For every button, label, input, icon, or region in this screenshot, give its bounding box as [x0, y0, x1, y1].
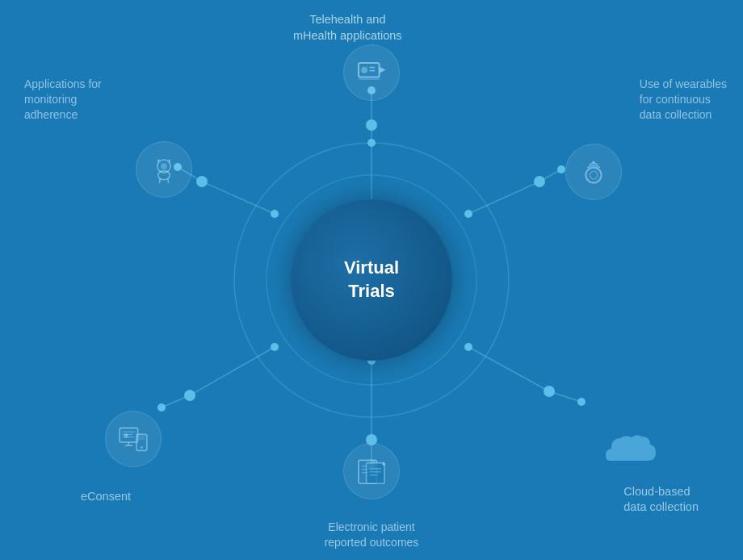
- electronic-label: Electronic patientreported outcomes: [325, 520, 419, 549]
- center-circle: Virtual Trials: [291, 199, 452, 361]
- svg-line-3: [202, 182, 275, 214]
- cloud-icon-container: [598, 427, 662, 471]
- wearables-label: Use of wearablesfor continuousdata colle…: [640, 77, 727, 121]
- svg-rect-46: [120, 428, 137, 442]
- svg-point-30: [577, 398, 586, 406]
- econsent-svg: [117, 423, 149, 455]
- wearables-label-container: Use of wearablesfor continuousdata colle…: [640, 77, 727, 123]
- electronic-icon-container: [343, 443, 400, 499]
- svg-line-5: [190, 347, 275, 395]
- electronic-label-container: Electronic patientreported outcomes: [283, 520, 460, 550]
- cloud-icon: [598, 427, 662, 471]
- svg-line-41: [159, 178, 160, 183]
- econsent-label: eConsent: [81, 490, 131, 503]
- monitoring-icon-container: [136, 141, 192, 198]
- telehealth-node: [343, 44, 400, 101]
- wearables-svg: [577, 156, 610, 188]
- svg-point-15: [184, 390, 195, 401]
- center-label: Virtual Trials: [344, 257, 399, 303]
- cloud-svg: [598, 427, 662, 471]
- svg-point-55: [141, 446, 143, 449]
- svg-line-6: [468, 347, 549, 391]
- svg-point-12: [464, 210, 472, 218]
- wearables-icon-container: [565, 144, 622, 200]
- svg-point-10: [271, 210, 279, 218]
- svg-point-28: [557, 165, 565, 173]
- svg-line-42: [168, 178, 169, 183]
- cloud-label: Cloud-baseddata collection: [623, 485, 699, 514]
- svg-line-4: [468, 182, 539, 214]
- svg-marker-33: [380, 67, 386, 73]
- svg-point-45: [592, 161, 594, 163]
- svg-point-13: [534, 176, 545, 187]
- svg-point-44: [590, 171, 598, 179]
- svg-point-43: [586, 167, 601, 182]
- svg-line-22: [539, 169, 561, 182]
- svg-point-9: [366, 119, 377, 131]
- svg-rect-60: [367, 463, 384, 484]
- svg-line-24: [549, 391, 581, 402]
- econsent-icon: [105, 411, 162, 467]
- monitoring-icon: [136, 141, 192, 198]
- telehealth-icon: [343, 44, 400, 101]
- svg-point-16: [464, 343, 472, 351]
- cloud-label-container: Cloud-baseddata collection: [623, 484, 699, 516]
- electronic-svg: [355, 455, 388, 487]
- diagram-container: Virtual Trials Telehealth andmHealth app…: [0, 0, 743, 560]
- svg-point-34: [361, 67, 367, 73]
- svg-point-39: [161, 163, 167, 169]
- electronic-icon: [343, 443, 400, 499]
- telehealth-label: Telehealth andmHealth applications: [293, 13, 402, 42]
- wearables-icon: [565, 144, 622, 200]
- monitoring-label-container: Applications formonitoringadherence: [24, 77, 102, 123]
- econsent-icon-container: [105, 411, 162, 467]
- center-line2: Trials: [348, 281, 394, 301]
- telehealth-label-container: Telehealth andmHealth applications: [293, 12, 402, 44]
- monitoring-svg: [148, 153, 180, 186]
- telehealth-svg: [355, 56, 388, 89]
- monitoring-label: Applications formonitoringadherence: [24, 77, 102, 121]
- svg-point-14: [271, 343, 279, 351]
- center-line1: Virtual: [344, 257, 399, 278]
- svg-line-23: [162, 395, 190, 407]
- svg-point-8: [367, 139, 376, 147]
- svg-point-11: [196, 176, 208, 187]
- econsent-label-container: eConsent: [81, 489, 131, 505]
- svg-point-17: [544, 386, 555, 397]
